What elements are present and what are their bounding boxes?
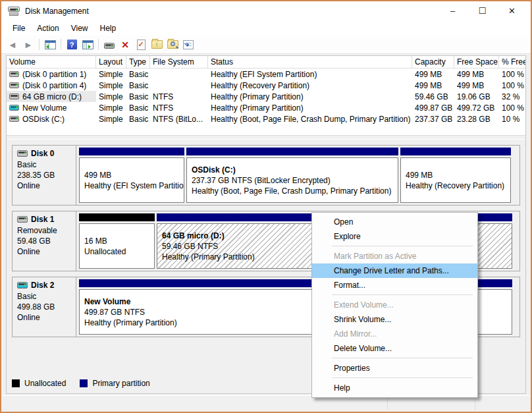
toolbar-separator: [61, 39, 61, 50]
table-row[interactable]: (Disk 0 partition 1) Simple Basic Health…: [7, 69, 525, 80]
column-header-file-system[interactable]: File System: [150, 56, 208, 69]
table-row[interactable]: OSDisk (C:) Simple Basic NTFS (BitLo... …: [7, 113, 525, 124]
open-folder-icon[interactable]: ↑: [149, 38, 164, 52]
menu-action[interactable]: Action: [31, 22, 65, 34]
table-row[interactable]: (Disk 0 partition 4) Simple Basic Health…: [7, 80, 525, 91]
app-icon: [8, 7, 20, 16]
toolbar-separator: [98, 39, 99, 50]
partition-unallocated[interactable]: 16 MB Unallocated: [79, 213, 155, 269]
volume-icon: [9, 71, 19, 77]
partition-efi-system[interactable]: 499 MB Healthy (EFI System Partition): [79, 148, 184, 203]
menu-item-delete-volume[interactable]: Delete Volume...: [312, 341, 477, 356]
menu-item-mark-partition-active: Mark Partition as Active: [312, 249, 477, 263]
properties-list-icon[interactable]: [181, 38, 196, 52]
show-console-tree-icon[interactable]: [43, 38, 57, 52]
menu-item-change-drive-letter[interactable]: Change Drive Letter and Paths...: [312, 263, 477, 278]
menu-separator: [332, 246, 473, 246]
volume-icon: [9, 82, 19, 88]
column-header-type[interactable]: Type: [126, 56, 150, 69]
menu-bar: File Action View Help: [1, 21, 531, 36]
disk-management-window: Disk Management – ☐ ✕ File Action View H…: [0, 0, 532, 413]
menu-item-explore[interactable]: Explore: [312, 229, 477, 244]
menu-separator: [332, 377, 473, 378]
back-icon[interactable]: ◄: [5, 38, 20, 52]
table-header: Volume Layout Type File System Status Ca…: [7, 56, 525, 69]
column-header-layout[interactable]: Layout: [96, 56, 126, 69]
partition-osdisk-c[interactable]: OSDisk (C:) 237.37 GB NTFS (BitLocker En…: [186, 148, 398, 203]
menu-separator: [332, 294, 473, 295]
menu-item-help[interactable]: Help: [312, 381, 477, 395]
disk-icon: [17, 216, 28, 223]
menu-help[interactable]: Help: [94, 22, 122, 34]
volume-list-pane: Volume Layout Type File System Status Ca…: [7, 56, 525, 135]
toolbar-separator: [39, 39, 40, 50]
menu-item-format[interactable]: Format...: [312, 278, 477, 292]
disk-0-kind: Basic: [17, 159, 71, 170]
disk-1-kind: Removable: [17, 225, 71, 236]
table-row-selected[interactable]: 64 GB micro (D:) Simple Basic NTFS Healt…: [7, 91, 525, 102]
disk-1-state: Online: [17, 246, 71, 257]
disk-1-size: 59.48 GB: [17, 236, 71, 246]
disk-0-label[interactable]: Disk 0 Basic 238.35 GB Online: [13, 146, 76, 205]
disk-2-kind: Basic: [17, 291, 71, 302]
disk-0-size: 238.35 GB: [17, 170, 71, 180]
column-header-pct-free[interactable]: % Free: [499, 56, 525, 69]
statusbar-divider: [387, 398, 388, 410]
minimize-button[interactable]: –: [438, 2, 467, 20]
statusbar-divider: [475, 398, 475, 410]
disk-1-label[interactable]: Disk 1 Removable 59.48 GB Online: [13, 211, 76, 271]
title-bar: Disk Management – ☐ ✕: [1, 1, 531, 21]
menu-separator: [332, 358, 473, 358]
disk-icon: [17, 282, 28, 289]
window-title: Disk Management: [25, 7, 89, 16]
pane-splitter[interactable]: [7, 135, 525, 140]
disk-0-state: Online: [17, 180, 71, 191]
column-header-status[interactable]: Status: [208, 56, 412, 69]
show-action-pane-icon[interactable]: [80, 38, 95, 52]
volume-icon: [9, 116, 19, 122]
disk-2-size: 499.88 GB: [17, 302, 71, 312]
column-header-volume[interactable]: Volume: [7, 56, 96, 69]
delete-icon[interactable]: ✕: [118, 38, 132, 52]
menu-item-properties[interactable]: Properties: [312, 361, 477, 375]
table-row[interactable]: New Volume Simple Basic NTFS Healthy (Pr…: [7, 102, 525, 113]
menu-item-shrink-volume[interactable]: Shrink Volume...: [312, 312, 477, 327]
unallocated-swatch: [12, 379, 20, 387]
disk-icon: [17, 150, 28, 157]
legend-primary-label: Primary partition: [92, 379, 149, 388]
maximize-button[interactable]: ☐: [467, 2, 497, 20]
toolbar: ◄ ► ? ✕ ↑: [1, 36, 531, 54]
volume-icon: [9, 105, 19, 111]
close-button[interactable]: ✕: [497, 2, 527, 20]
disk-2-label[interactable]: Disk 2 Basic 499.88 GB Online: [13, 277, 76, 337]
menu-file[interactable]: File: [7, 22, 31, 34]
menu-item-open[interactable]: Open: [312, 215, 477, 229]
menu-view[interactable]: View: [65, 22, 94, 34]
check-document-icon[interactable]: [134, 38, 148, 52]
disk-2-state: Online: [17, 312, 71, 323]
legend-unallocated-label: Unallocated: [24, 379, 66, 388]
column-header-capacity[interactable]: Capacity: [412, 56, 454, 69]
primary-partition-swatch: [80, 379, 88, 387]
partition-recovery[interactable]: 499 MB Healthy (Recovery Partition): [400, 148, 511, 203]
forward-icon[interactable]: ►: [21, 38, 36, 52]
context-menu: Open Explore Mark Partition as Active Ch…: [311, 212, 478, 398]
help-icon[interactable]: ?: [65, 38, 79, 52]
drive-device-icon[interactable]: [102, 38, 117, 52]
explore-folder-icon[interactable]: [165, 38, 180, 52]
menu-item-add-mirror: Add Mirror...: [312, 327, 477, 341]
column-header-free-space[interactable]: Free Space: [454, 56, 499, 69]
disk-band-0: Disk 0 Basic 238.35 GB Online 499 MB Hea…: [12, 145, 520, 206]
menu-item-extend-volume: Extend Volume...: [312, 298, 477, 312]
volume-icon: [9, 94, 19, 99]
